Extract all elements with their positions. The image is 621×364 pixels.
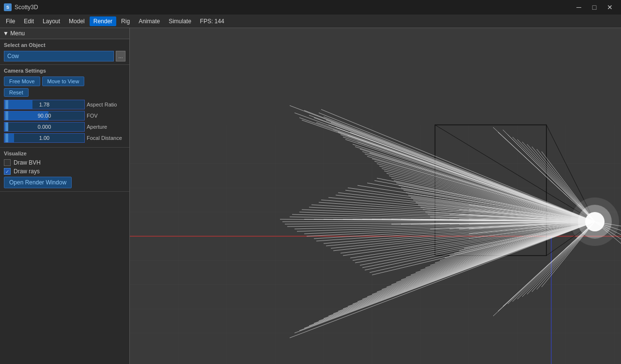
focal-distance-value: 1.00 — [39, 135, 49, 141]
svg-point-228 — [571, 197, 619, 246]
camera-settings-title: Camera Settings — [4, 68, 125, 74]
app-icon: S — [4, 3, 12, 11]
open-render-window-button[interactable]: Open Render Window — [4, 177, 72, 188]
aperture-row: 0.000 Aperture — [4, 122, 125, 132]
object-select-button[interactable]: … — [116, 51, 125, 61]
visualize-section: Visualize Draw BVH ✓ Draw rays Open Rend… — [0, 148, 129, 192]
aspect-ratio-label: Aspect Ratio — [87, 102, 125, 107]
fov-row: 90.00 FOV — [4, 111, 125, 121]
minimize-button[interactable]: ─ — [572, 2, 586, 12]
menu-file[interactable]: File — [2, 16, 19, 26]
draw-bvh-label: Draw BVH — [14, 159, 41, 166]
aspect-ratio-thumb[interactable] — [5, 100, 8, 109]
aspect-ratio-slider[interactable]: 1.78 — [4, 100, 85, 109]
draw-bvh-checkbox[interactable] — [4, 159, 11, 166]
menu-toggle[interactable]: ▼ Menu — [0, 28, 129, 39]
svg-rect-0 — [130, 28, 621, 364]
fov-slider[interactable]: 90.00 — [4, 111, 85, 121]
object-name-input[interactable] — [4, 51, 114, 61]
focal-distance-thumb[interactable] — [5, 134, 8, 142]
select-object-section: Select an Object … — [0, 39, 129, 65]
menu-rig[interactable]: Rig — [117, 16, 134, 26]
select-object-title: Select an Object — [4, 42, 125, 48]
fps-display: FPS: 144 — [200, 18, 224, 25]
titlebar-left: S Scotty3D — [4, 3, 38, 11]
focal-distance-slider[interactable]: 1.00 — [4, 133, 85, 143]
reset-button[interactable]: Reset — [4, 88, 29, 97]
fov-label: FOV — [87, 113, 125, 119]
menu-model[interactable]: Model — [65, 16, 89, 26]
object-selector-row: … — [4, 51, 125, 61]
aspect-ratio-value: 1.78 — [39, 102, 49, 107]
draw-bvh-row: Draw BVH — [4, 159, 125, 166]
draw-rays-checkbox[interactable]: ✓ — [4, 168, 11, 175]
menu-animate[interactable]: Animate — [135, 16, 164, 26]
main-layout: ▼ Menu Select an Object … Camera Setting… — [0, 28, 621, 364]
camera-settings-section: Camera Settings Free Move Move to View R… — [0, 65, 129, 148]
menubar: File Edit Layout Model Render Rig Animat… — [0, 15, 621, 28]
aperture-label: Aperture — [87, 124, 125, 130]
camera-button-row: Free Move Move to View — [4, 76, 125, 86]
fov-value: 90.00 — [38, 113, 51, 119]
draw-rays-label: Draw rays — [14, 168, 40, 175]
ray-visualization — [130, 28, 621, 364]
menu-render[interactable]: Render — [90, 16, 116, 26]
visualize-title: Visualize — [4, 151, 125, 156]
maximize-button[interactable]: □ — [587, 2, 602, 12]
free-move-button[interactable]: Free Move — [4, 76, 40, 86]
aperture-thumb[interactable] — [5, 122, 8, 131]
fov-thumb[interactable] — [5, 111, 8, 120]
move-to-view-button[interactable]: Move to View — [42, 76, 85, 86]
aperture-value: 0.000 — [38, 124, 51, 130]
viewport[interactable] — [130, 28, 621, 364]
aspect-ratio-fill — [4, 100, 32, 109]
aspect-ratio-row: 1.78 Aspect Ratio — [4, 100, 125, 109]
menu-toggle-label: ▼ Menu — [3, 30, 25, 37]
left-panel: ▼ Menu Select an Object … Camera Setting… — [0, 28, 130, 364]
titlebar-controls: ─ □ ✕ — [572, 2, 617, 12]
aperture-slider[interactable]: 0.000 — [4, 122, 85, 132]
checkmark-icon: ✓ — [5, 169, 9, 174]
focal-distance-label: Focal Distance — [87, 135, 125, 141]
draw-rays-row: ✓ Draw rays — [4, 168, 125, 175]
menu-edit[interactable]: Edit — [20, 16, 38, 26]
menu-simulate[interactable]: Simulate — [165, 16, 195, 26]
focal-distance-row: 1.00 Focal Distance — [4, 133, 125, 143]
app-title: Scotty3D — [15, 4, 38, 11]
titlebar: S Scotty3D ─ □ ✕ — [0, 0, 621, 15]
close-button[interactable]: ✕ — [603, 2, 617, 12]
menu-layout[interactable]: Layout — [39, 16, 64, 26]
